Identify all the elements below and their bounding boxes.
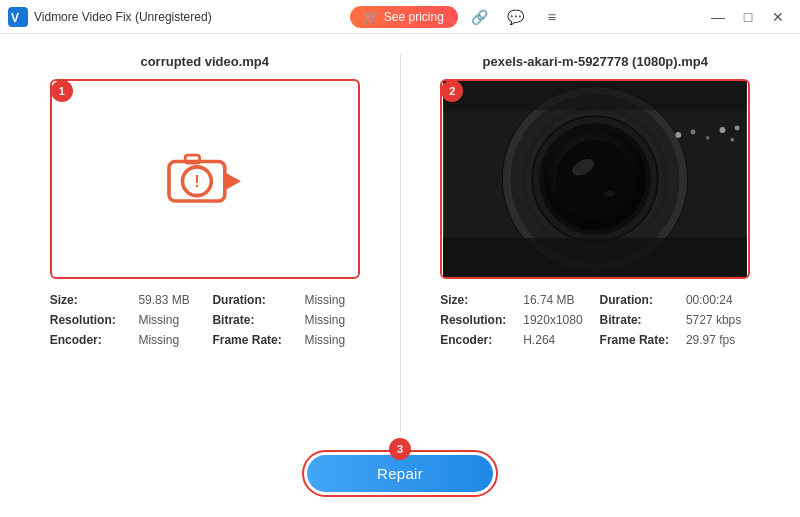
chat-icon: 💬	[507, 9, 524, 25]
maximize-button[interactable]: □	[734, 5, 762, 29]
left-resolution-value: Missing	[138, 313, 204, 327]
svg-text:!: !	[194, 172, 199, 190]
camera-icon-wrap: !	[160, 144, 250, 214]
left-encoder-value: Missing	[138, 333, 204, 347]
right-panel: pexels-akari-m-5927778 (1080p).mp4 2	[400, 54, 771, 432]
svg-point-18	[691, 130, 696, 135]
left-bitrate-value: Missing	[304, 313, 359, 327]
right-meta-grid: Size: 16.74 MB Duration: 00:00:24 Resolu…	[440, 293, 750, 347]
main-content: corrupted video.mp4 1 !	[0, 34, 800, 517]
right-encoder-label: Encoder:	[440, 333, 515, 347]
left-meta-grid: Size: 59.83 MB Duration: Missing Resolut…	[50, 293, 360, 347]
app-title-text: Vidmore Video Fix (Unregistered)	[34, 10, 212, 24]
titlebar-controls: — □ ✕	[704, 5, 792, 29]
panels-row: corrupted video.mp4 1 !	[30, 54, 770, 432]
link-icon: 🔗	[471, 9, 488, 25]
left-encoder-label: Encoder:	[50, 333, 131, 347]
titlebar-center: 🛒 See pricing 🔗 💬 ≡	[350, 5, 566, 29]
svg-rect-24	[443, 81, 747, 110]
svg-point-19	[706, 136, 710, 140]
left-video-box: 1 !	[50, 79, 360, 279]
titlebar-left: V Vidmore Video Fix (Unregistered)	[8, 7, 212, 27]
right-video-box: 2	[440, 79, 750, 279]
cart-icon: 🛒	[364, 10, 379, 24]
svg-point-14	[556, 140, 634, 218]
titlebar: V Vidmore Video Fix (Unregistered) 🛒 See…	[0, 0, 800, 34]
lens-thumbnail	[442, 81, 748, 277]
camera-warning-icon: !	[160, 144, 250, 214]
svg-point-21	[730, 138, 734, 142]
left-framerate-label: Frame Rate:	[212, 333, 296, 347]
pricing-label: See pricing	[384, 10, 444, 24]
right-framerate-value: 29.97 fps	[686, 333, 750, 347]
right-framerate-label: Frame Rate:	[600, 333, 678, 347]
right-bitrate-value: 5727 kbps	[686, 313, 750, 327]
svg-point-22	[735, 126, 740, 131]
app-logo: V	[8, 7, 28, 27]
left-size-label: Size:	[50, 293, 131, 307]
close-button[interactable]: ✕	[764, 5, 792, 29]
left-duration-value: Missing	[304, 293, 359, 307]
repair-badge: 3	[389, 438, 411, 460]
repair-button[interactable]: Repair	[307, 455, 493, 492]
right-duration-label: Duration:	[600, 293, 678, 307]
svg-rect-23	[443, 238, 747, 277]
right-duration-value: 00:00:24	[686, 293, 750, 307]
left-badge: 1	[51, 80, 73, 102]
svg-rect-5	[185, 155, 199, 163]
menu-icon-button[interactable]: ≡	[538, 5, 566, 29]
right-bitrate-label: Bitrate:	[600, 313, 678, 327]
close-icon: ✕	[772, 9, 784, 25]
left-panel: corrupted video.mp4 1 !	[30, 54, 400, 432]
svg-marker-6	[225, 172, 241, 190]
svg-point-20	[720, 127, 726, 133]
left-resolution-label: Resolution:	[50, 313, 131, 327]
svg-point-17	[676, 132, 682, 138]
left-duration-label: Duration:	[212, 293, 296, 307]
right-size-value: 16.74 MB	[523, 293, 591, 307]
right-resolution-value: 1920x1080	[523, 313, 591, 327]
repair-section: 3 Repair	[30, 450, 770, 497]
left-size-value: 59.83 MB	[138, 293, 204, 307]
right-resolution-label: Resolution:	[440, 313, 515, 327]
svg-point-16	[604, 191, 616, 197]
link-icon-button[interactable]: 🔗	[466, 5, 494, 29]
hamburger-icon: ≡	[548, 9, 556, 25]
maximize-icon: □	[744, 9, 752, 25]
see-pricing-button[interactable]: 🛒 See pricing	[350, 6, 458, 28]
svg-text:V: V	[11, 11, 19, 25]
left-video-filename: corrupted video.mp4	[140, 54, 269, 69]
right-video-filename: pexels-akari-m-5927778 (1080p).mp4	[483, 54, 708, 69]
left-framerate-value: Missing	[304, 333, 359, 347]
minimize-icon: —	[711, 9, 725, 25]
minimize-button[interactable]: —	[704, 5, 732, 29]
chat-icon-button[interactable]: 💬	[502, 5, 530, 29]
right-size-label: Size:	[440, 293, 515, 307]
left-bitrate-label: Bitrate:	[212, 313, 296, 327]
right-encoder-value: H.264	[523, 333, 591, 347]
